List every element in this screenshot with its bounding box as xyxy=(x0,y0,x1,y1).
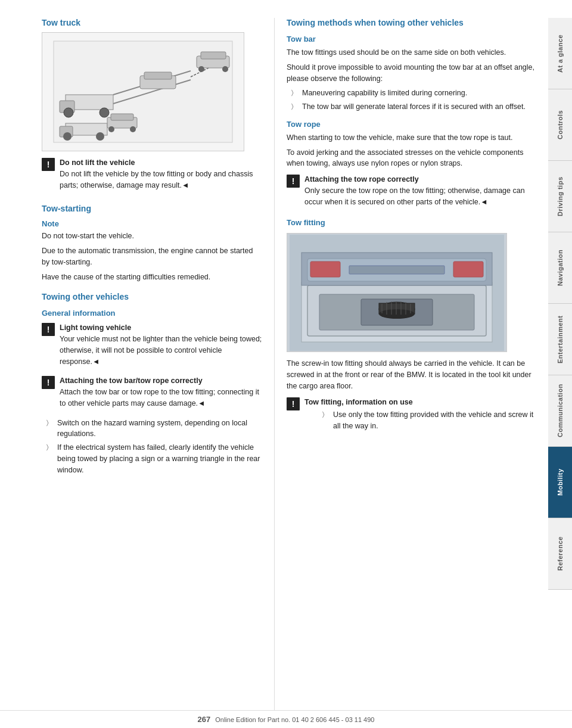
tow-bar-bullet-1: 〉 Maneuvering capability is limited duri… xyxy=(287,88,536,99)
tow-rope-p2: To avoid jerking and the associated stre… xyxy=(287,147,536,170)
svg-point-17 xyxy=(96,132,104,141)
tow-truck-section: Tow truck xyxy=(42,18,262,194)
tow-bar-section: Tow bar The tow fittings used should be … xyxy=(287,35,536,113)
warning-icon-2: ! xyxy=(42,323,55,336)
tow-bar-title: Tow bar xyxy=(287,35,536,43)
svg-rect-41 xyxy=(349,266,444,274)
warning-icon-3: ! xyxy=(42,376,55,389)
page-container: Tow truck xyxy=(0,0,572,728)
general-info-title: General information xyxy=(42,309,262,318)
tow-truck-image xyxy=(42,32,244,151)
svg-point-12 xyxy=(198,66,204,72)
warning-body-1: Do not lift the vehicle by the tow fitti… xyxy=(60,169,262,191)
attach-bar-warning: ! Attaching the tow bar/tow rope correct… xyxy=(42,375,262,412)
warning-body-3: Attach the tow bar or tow rope to the to… xyxy=(60,387,262,409)
sidebar: At a glance Controls Driving tips Naviga… xyxy=(548,18,572,710)
bullet-item-1: 〉 Switch on the hazard warning system, d… xyxy=(42,418,262,440)
light-vehicle-warning: ! Light towing vehicle Your vehicle must… xyxy=(42,322,262,371)
svg-point-4 xyxy=(100,108,109,117)
svg-rect-39 xyxy=(310,262,340,277)
sidebar-tab-driving-tips[interactable]: Driving tips xyxy=(548,161,572,232)
tow-fitting-image xyxy=(287,233,507,352)
svg-point-20 xyxy=(108,126,114,132)
tow-bar-bullet-text-2: The tow bar will generate lateral forces… xyxy=(302,101,526,113)
bullet-arrow-5: 〉 xyxy=(322,410,328,418)
warning-icon-4: ! xyxy=(287,175,300,188)
bullet-text-2: If the electrical system has failed, cle… xyxy=(57,442,262,475)
page-number: 267 xyxy=(198,715,211,724)
tow-starting-section: Tow-starting Note Do not tow-start the v… xyxy=(42,204,262,282)
main-content: Tow truck xyxy=(0,0,572,728)
tow-bar-p1: The tow fittings used should be on the s… xyxy=(287,47,536,58)
tow-rope-section: Tow rope When starting to tow the vehicl… xyxy=(287,120,536,211)
tow-starting-note2: Due to the automatic transmission, the e… xyxy=(42,245,262,268)
bullet-arrow-3: 〉 xyxy=(291,89,297,97)
tow-fitting-warning: ! Tow fitting, information on use 〉 Use … xyxy=(287,397,536,434)
tow-fitting-sub-bullet: 〉 Use only the tow fitting provided with… xyxy=(322,409,536,432)
svg-point-3 xyxy=(64,108,73,117)
warning-icon-1: ! xyxy=(42,158,55,171)
left-column: Tow truck xyxy=(0,18,274,710)
warning-title-5: Tow fitting, information on use xyxy=(304,397,536,408)
svg-point-29 xyxy=(379,309,415,319)
tow-starting-note3: Have the cause of the starting difficult… xyxy=(42,272,262,283)
towing-other-title: Towing other vehicles xyxy=(42,292,262,301)
tow-fitting-title: Tow fitting xyxy=(287,218,536,227)
sidebar-tab-entertainment[interactable]: Entertainment xyxy=(548,304,572,375)
warning-icon-5: ! xyxy=(287,397,300,410)
bullet-arrow-1: 〉 xyxy=(46,419,52,427)
svg-point-21 xyxy=(130,126,136,132)
tow-fitting-section: Tow fitting xyxy=(287,218,536,434)
tow-rope-p1: When starting to tow the vehicle, make s… xyxy=(287,132,536,144)
bullet-arrow-2: 〉 xyxy=(46,443,52,451)
sidebar-tab-reference[interactable]: Reference xyxy=(548,518,572,590)
towing-methods-section: Towing methods when towing other vehicle… xyxy=(287,18,536,434)
warning-title-2: Light towing vehicle xyxy=(60,322,262,334)
tow-truck-svg xyxy=(48,35,238,148)
svg-rect-8 xyxy=(144,72,172,79)
sidebar-tab-controls[interactable]: Controls xyxy=(548,89,572,161)
svg-rect-40 xyxy=(453,262,483,277)
right-column: Towing methods when towing other vehicle… xyxy=(274,18,548,710)
bullet-item-2: 〉 If the electrical system has failed, c… xyxy=(42,442,262,475)
tow-truck-warning: ! Do not lift the vehicle Do not lift th… xyxy=(42,157,262,194)
warning-title-1: Do not lift the vehicle xyxy=(60,157,262,169)
bullet-text-1: Switch on the hazard warning system, dep… xyxy=(57,418,262,440)
tow-rope-warning: ! Attaching the tow rope correctly Only … xyxy=(287,174,536,211)
svg-point-13 xyxy=(222,66,228,72)
sidebar-tab-at-a-glance[interactable]: At a glance xyxy=(548,18,572,89)
warning-title-4: Attaching the tow rope correctly xyxy=(304,174,536,185)
tow-bar-bullet-2: 〉 The tow bar will generate lateral forc… xyxy=(287,101,536,113)
tow-starting-title: Tow-starting xyxy=(42,204,262,213)
sidebar-tab-mobility[interactable]: Mobility xyxy=(548,447,572,518)
svg-point-16 xyxy=(63,132,72,141)
tow-bar-bullet-text-1: Maneuvering capability is limited during… xyxy=(302,88,467,99)
bullet-arrow-4: 〉 xyxy=(291,102,297,110)
towing-other-section: Towing other vehicles General informatio… xyxy=(42,292,262,475)
footer-text: Online Edition for Part no. 01 40 2 606 … xyxy=(215,716,374,723)
warning-body-4: Only secure the tow rope on the tow fitt… xyxy=(304,185,536,208)
tow-fitting-p1: The screw-in tow fitting should always b… xyxy=(287,358,536,391)
svg-rect-19 xyxy=(111,114,133,120)
tow-rope-title: Tow rope xyxy=(287,120,536,129)
tow-fitting-svg xyxy=(290,235,504,351)
sidebar-tab-communication[interactable]: Communication xyxy=(548,375,572,447)
tow-starting-note1: Do not tow-start the vehicle. xyxy=(42,231,262,242)
note-label: Note xyxy=(42,219,262,228)
svg-rect-11 xyxy=(201,52,226,59)
towing-methods-title: Towing methods when towing other vehicle… xyxy=(287,18,536,27)
tow-fitting-bullet-text: Use only the tow fitting provided with t… xyxy=(333,409,536,432)
sidebar-tab-navigation[interactable]: Navigation xyxy=(548,232,572,304)
warning-body-2: Your vehicle must not be lighter than th… xyxy=(60,334,262,367)
page-footer: 267 Online Edition for Part no. 01 40 2 … xyxy=(0,710,572,728)
warning-title-3: Attaching the tow bar/tow rope correctly xyxy=(60,375,262,387)
tow-bar-p2: Should it prove impossible to avoid moun… xyxy=(287,62,536,85)
tow-truck-title: Tow truck xyxy=(42,18,262,27)
